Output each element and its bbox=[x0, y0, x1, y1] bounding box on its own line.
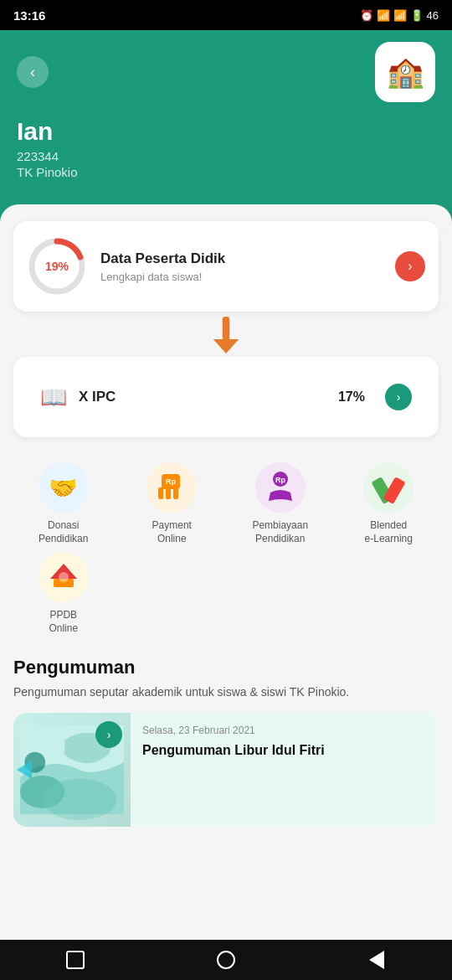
status-bar: 13:16 ⏰ 📶 📶 🔋 46 bbox=[0, 0, 452, 30]
svg-point-15 bbox=[59, 572, 69, 582]
svg-text:Rp: Rp bbox=[275, 476, 285, 484]
class-percent: 17% bbox=[338, 389, 365, 405]
user-school: TK Pinokio bbox=[17, 165, 435, 179]
news-date: Selasa, 23 Februari 2021 bbox=[142, 725, 325, 736]
header-top: ‹ 🏫 bbox=[17, 42, 435, 102]
menu-empty-3 bbox=[339, 552, 439, 635]
svg-marker-3 bbox=[213, 339, 239, 353]
signal-icon-1: 📶 bbox=[377, 9, 390, 22]
progress-circle: 19% bbox=[27, 236, 87, 297]
battery-label: 46 bbox=[427, 9, 439, 22]
svg-text:Rp: Rp bbox=[166, 477, 176, 486]
class-name: X IPC bbox=[79, 389, 326, 405]
news-image: › bbox=[13, 713, 131, 827]
menu-grid-row2: PPDBOnline bbox=[13, 552, 439, 648]
svg-marker-20 bbox=[17, 761, 32, 779]
data-peserta-arrow-button[interactable]: › bbox=[395, 251, 425, 281]
menu-item-ppdb[interactable]: PPDBOnline bbox=[13, 552, 114, 635]
announcement-title: Pengumuman bbox=[13, 657, 439, 678]
orange-arrow-annotation bbox=[13, 317, 439, 353]
status-time: 13:16 bbox=[13, 8, 45, 23]
pembiayaan-label: PembiayaanPendidikan bbox=[252, 519, 308, 545]
nav-home-button[interactable] bbox=[211, 945, 241, 975]
menu-empty-2 bbox=[230, 552, 331, 635]
announcement-section: Pengumuman Pengumuman seputar akademik u… bbox=[13, 657, 439, 827]
nav-back-button[interactable] bbox=[362, 945, 392, 975]
triangle-icon bbox=[369, 951, 384, 969]
book-icon: 📖 bbox=[40, 384, 67, 410]
circle-icon bbox=[217, 951, 235, 969]
wifi-icon: 🔋 bbox=[410, 9, 424, 22]
user-name: Ian bbox=[17, 117, 435, 146]
menu-item-blended[interactable]: Blendede-Learning bbox=[339, 462, 439, 545]
menu-empty-1 bbox=[122, 552, 223, 635]
signal-icon-2: 📶 bbox=[393, 9, 407, 22]
school-icon: 🏫 bbox=[375, 42, 435, 102]
ppdb-label: PPDBOnline bbox=[49, 609, 78, 635]
class-arrow-button[interactable]: › bbox=[385, 384, 412, 410]
menu-item-pembiayaan[interactable]: Rp PembiayaanPendidikan bbox=[230, 462, 331, 545]
data-peserta-title: Data Peserta Didik bbox=[100, 250, 382, 267]
news-title: Pengumuman Libur Idul Fitri bbox=[142, 741, 325, 760]
announcement-sub: Pengumuman seputar akademik untuk siswa … bbox=[13, 683, 439, 701]
menu-item-payment[interactable]: Rp PaymentOnline bbox=[122, 462, 223, 545]
donasi-icon: 🤝 bbox=[39, 462, 89, 513]
svg-rect-2 bbox=[223, 317, 229, 341]
blended-icon bbox=[363, 462, 413, 513]
main-content: 19% Data Peserta Didik Lengkapi data sis… bbox=[0, 204, 452, 894]
progress-percent: 19% bbox=[45, 260, 69, 273]
news-card[interactable]: › Selasa, 23 Februari 2021 Pengumuman Li… bbox=[13, 713, 439, 827]
user-id: 223344 bbox=[17, 149, 435, 163]
back-icon: ‹ bbox=[30, 64, 35, 81]
status-icons: ⏰ 📶 📶 🔋 46 bbox=[360, 9, 439, 22]
square-icon bbox=[66, 951, 85, 969]
menu-item-donasi[interactable]: 🤝 DonasiPendidikan bbox=[13, 462, 114, 545]
donasi-label: DonasiPendidikan bbox=[39, 519, 88, 545]
data-peserta-sub: Lengkapi data siswa! bbox=[100, 271, 382, 283]
blended-label: Blendede-Learning bbox=[365, 519, 413, 545]
svg-rect-4 bbox=[158, 487, 163, 499]
payment-label: PaymentOnline bbox=[152, 519, 192, 545]
class-card[interactable]: 📖 X IPC 17% › bbox=[13, 357, 439, 437]
bottom-nav bbox=[0, 940, 452, 980]
payment-icon: Rp bbox=[146, 462, 197, 513]
back-button[interactable]: ‹ bbox=[17, 56, 49, 88]
ppdb-icon bbox=[39, 552, 89, 602]
pembiayaan-icon: Rp bbox=[255, 462, 306, 513]
nav-square-button[interactable] bbox=[60, 945, 90, 975]
alarm-icon: ⏰ bbox=[360, 9, 373, 22]
menu-grid: 🤝 DonasiPendidikan Rp PaymentOnline bbox=[13, 449, 439, 552]
header: ‹ 🏫 Ian 223344 TK Pinokio bbox=[0, 30, 452, 230]
news-content: Selasa, 23 Februari 2021 Pengumuman Libu… bbox=[131, 713, 336, 827]
data-peserta-info: Data Peserta Didik Lengkapi data siswa! bbox=[100, 250, 382, 283]
data-peserta-card[interactable]: 19% Data Peserta Didik Lengkapi data sis… bbox=[13, 221, 439, 312]
